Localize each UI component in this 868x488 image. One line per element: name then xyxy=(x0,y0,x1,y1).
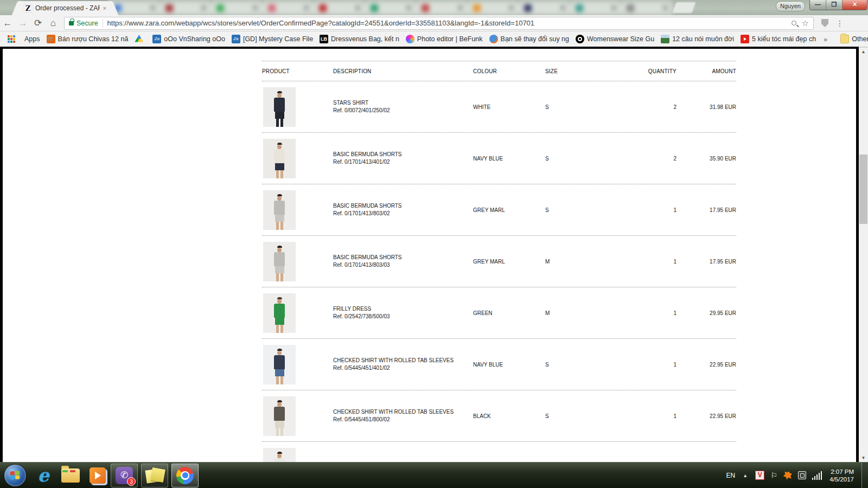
table-row: STARS SHIRT Ref. 0/0072/401/250/02 WHITE… xyxy=(262,81,736,133)
profile-button[interactable]: Nguyen xyxy=(776,1,805,11)
action-center-flag-icon[interactable]: ⚐ xyxy=(770,471,777,480)
network-signal-icon[interactable] xyxy=(812,471,822,480)
table-row: BASIC BERMUDA SHORTS Ref. 0/1701/413/401… xyxy=(262,133,736,184)
chrome-menu-icon[interactable]: ⋮ xyxy=(836,19,844,28)
product-thumb[interactable] xyxy=(263,139,296,178)
background-tab[interactable] xyxy=(468,1,519,15)
scroll-up-icon[interactable]: ▲ xyxy=(859,48,868,56)
za-blue-icon: Za xyxy=(152,35,161,43)
background-tab[interactable] xyxy=(519,1,570,15)
product-thumb[interactable] xyxy=(263,345,296,384)
tab-close-icon[interactable]: × xyxy=(103,5,106,11)
model-photo xyxy=(274,297,285,333)
taskbar-clock[interactable]: 2:07 PM 4/5/2017 xyxy=(829,468,854,483)
background-tab[interactable] xyxy=(621,1,672,15)
befunky-icon xyxy=(406,35,414,43)
bookmark-item[interactable]: 12 câu nói muôn đời xyxy=(661,35,734,43)
product-thumb[interactable] xyxy=(263,242,296,281)
sticky-notes-taskbar-button[interactable] xyxy=(141,464,168,487)
secure-lock-icon[interactable] xyxy=(69,21,74,25)
restore-button[interactable]: ❐ xyxy=(826,0,843,10)
other-bookmarks[interactable]: Other bookmarks xyxy=(840,35,868,43)
product-thumb[interactable] xyxy=(263,396,296,436)
home-button[interactable]: ⌂ xyxy=(46,18,61,29)
product-thumb[interactable] xyxy=(263,293,296,333)
show-desktop-button[interactable] xyxy=(861,463,868,488)
media-player-icon[interactable] xyxy=(88,466,107,485)
col-amount: AMOUNT xyxy=(676,68,736,74)
product-name: BASIC BERMUDA SHORTS xyxy=(333,254,473,261)
start-button[interactable] xyxy=(4,465,26,486)
product-amount: 17.95 EUR xyxy=(676,259,736,265)
product-size: S xyxy=(545,156,599,162)
scrollbar-thumb[interactable] xyxy=(859,155,867,224)
product-thumb[interactable] xyxy=(263,87,296,127)
bookmark-apps[interactable]: Apps xyxy=(22,35,40,43)
product-amount: 35.90 EUR xyxy=(676,156,736,162)
avast-icon[interactable] xyxy=(782,470,793,481)
bookmarks-overflow-chevron[interactable]: » xyxy=(824,35,827,43)
system-tray: EN ▲ V ⚐ 2:07 PM 4/5/2017 xyxy=(726,463,868,488)
forward-button[interactable]: → xyxy=(15,18,30,29)
language-indicator[interactable]: EN xyxy=(726,472,736,479)
background-tab[interactable] xyxy=(570,1,621,15)
thumb-top xyxy=(274,98,285,112)
thumb-legs xyxy=(276,222,283,230)
folder-icon xyxy=(840,35,849,43)
product-name: BASIC BERMUDA SHORTS xyxy=(333,202,473,210)
product-size: M xyxy=(545,310,599,316)
minimize-button[interactable]: — xyxy=(810,0,826,10)
chrome-taskbar-button[interactable] xyxy=(171,464,199,487)
reload-button[interactable]: ⟳ xyxy=(30,17,46,29)
secure-label[interactable]: Secure xyxy=(76,20,98,27)
file-explorer-icon[interactable] xyxy=(61,466,80,485)
new-tab-button[interactable] xyxy=(672,2,695,13)
v-tray-icon[interactable]: V xyxy=(755,471,764,480)
address-bar[interactable]: Secure https://www.zara.com/webapp/wcs/s… xyxy=(64,17,814,30)
bookmark-star-icon[interactable]: ☆ xyxy=(802,19,809,27)
background-tab[interactable] xyxy=(416,1,467,15)
background-tab[interactable] xyxy=(314,1,365,15)
apps-grid-icon[interactable] xyxy=(8,35,15,43)
product-quantity: 2 xyxy=(599,156,676,162)
bookmark-item[interactable]: Za[GD] Mystery Case File xyxy=(232,35,313,43)
background-tab[interactable] xyxy=(211,1,262,15)
chrome-icon xyxy=(176,467,194,484)
zara-order-page: PRODUCT DESCRIPTION COLOUR SIZE QUANTITY… xyxy=(0,47,859,462)
background-tab[interactable] xyxy=(160,1,211,15)
close-button[interactable]: ✕ xyxy=(843,0,867,10)
product-thumb[interactable] xyxy=(263,448,296,463)
product-quantity: 1 xyxy=(599,362,676,368)
black-circle-icon xyxy=(576,35,584,43)
viber-taskbar-button[interactable]: ✆ 3 xyxy=(111,464,138,487)
thumb-bottom xyxy=(275,421,284,428)
active-tab[interactable]: Z Order processed - ZARA × xyxy=(20,1,111,15)
back-button[interactable]: ← xyxy=(0,18,15,29)
bookmark-item[interactable]: 5 kiểu tóc mái đẹp ch xyxy=(741,35,816,43)
page-scrollbar[interactable]: ▲ ▼ xyxy=(859,48,868,462)
col-product: PRODUCT xyxy=(262,68,333,74)
bookmark-item[interactable]: Bạn sẽ thay đổi suy ng xyxy=(489,35,569,43)
thumb-bottom xyxy=(275,369,284,376)
bookmark-item[interactable]: Photo editor | BeFunk xyxy=(406,35,483,43)
internet-explorer-icon[interactable]: e xyxy=(34,466,53,485)
bookmark-item[interactable]: LBDressvenus Bag, kết n xyxy=(320,35,399,43)
hidden-icons-chevron[interactable]: ▲ xyxy=(743,473,748,478)
scroll-down-icon[interactable]: ▼ xyxy=(859,454,868,462)
bookmark-item[interactable]: ZaoOo VnSharing oOo xyxy=(152,35,225,43)
product-colour: WHITE xyxy=(473,104,545,110)
url-text[interactable]: https://www.zara.com/webapp/wcs/stores/s… xyxy=(107,19,787,27)
zoom-icon[interactable] xyxy=(792,21,796,25)
product-thumb[interactable] xyxy=(263,190,296,230)
thumb-top xyxy=(274,201,285,215)
background-tab[interactable] xyxy=(263,1,314,15)
extension-shield-icon[interactable] xyxy=(821,19,828,27)
product-ref: Ref. 0/1701/413/803/03 xyxy=(333,261,473,269)
bookmark-item[interactable] xyxy=(135,35,146,43)
remove-hardware-icon[interactable] xyxy=(798,471,806,479)
bookmark-item[interactable]: 🛒Bán rượu Chivas 12 nă xyxy=(47,35,129,43)
product-ref: Ref. 0/1701/413/803/02 xyxy=(333,210,473,217)
thumb-head xyxy=(277,351,282,355)
background-tab[interactable] xyxy=(365,1,416,15)
bookmark-item[interactable]: Womenswear Size Gu xyxy=(576,35,654,43)
